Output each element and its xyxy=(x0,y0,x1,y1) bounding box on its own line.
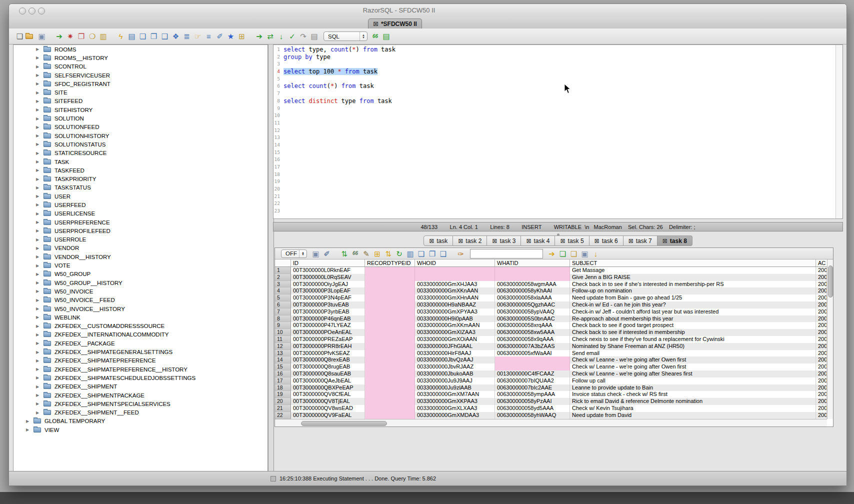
disclosure-triangle-icon[interactable]: ▶ xyxy=(36,212,44,216)
disconnect-database-icon[interactable]: ✷ xyxy=(66,32,75,41)
sort-rows-icon[interactable]: ⇅ xyxy=(384,249,393,258)
cell-whatid[interactable]: 00630000005xfWaAAI xyxy=(495,350,570,357)
cell-whoid[interactable]: 0033000000GmXHJAA3 xyxy=(415,281,495,288)
cell-subject[interactable]: Re-approach about membership this year xyxy=(570,316,816,322)
cell-whoid[interactable]: 0033000000GmXKPAA3 xyxy=(415,398,495,405)
table-row[interactable]: 1300T3000000PfvKSEAZ0033000000HirF8AAJ00… xyxy=(275,350,827,357)
cell-subject[interactable]: Follow-up on nomination xyxy=(570,288,816,294)
row-number[interactable]: 7 xyxy=(275,308,291,316)
clone-connection-icon[interactable]: ❐ xyxy=(76,32,86,41)
cell-whatid[interactable]: 006300000058yhWAAQ xyxy=(495,412,570,419)
cell-whatid[interactable] xyxy=(495,364,570,370)
cell-whoid[interactable]: 0033000000H9aNBAAZ xyxy=(415,302,495,308)
cell-subject[interactable]: Need update from Bain - gave go ahead 1/… xyxy=(570,294,816,302)
cell-id[interactable]: 00T3000000P3N4pEAF xyxy=(291,294,365,302)
row-number[interactable]: 15 xyxy=(275,364,291,370)
tree-item-site[interactable]: ▶SITE xyxy=(14,88,268,96)
view-row-icon[interactable]: 66 xyxy=(350,249,360,258)
table-row[interactable]: 600T3000000P3tuvEAB0033000000H9aNBAAZ006… xyxy=(275,302,827,308)
save-results-icon[interactable]: ▣ xyxy=(311,249,320,258)
cell-subject[interactable]: Check back to see if interested in membe… xyxy=(570,329,816,336)
table-row[interactable]: 2200T3000000QV9FaEAL0033000000GmXMDAA300… xyxy=(275,412,827,419)
export-table-icon[interactable]: ❏ xyxy=(558,249,568,258)
stepper-icon[interactable]: ▲▼ xyxy=(299,250,306,258)
generate-sql-icon[interactable]: ❑ xyxy=(160,32,170,41)
row-number[interactable]: 10 xyxy=(275,329,291,336)
cell-whatid[interactable]: 00630000005S0bnAAC xyxy=(495,316,570,322)
tree-item-selfserviceuser[interactable]: ▶SELFSERVICEUSER xyxy=(14,71,268,80)
close-connection-tab-icon[interactable]: ⊠ xyxy=(373,20,378,27)
disclosure-triangle-icon[interactable]: ▶ xyxy=(36,228,44,233)
close-tab-icon[interactable]: ⊠ xyxy=(594,238,600,244)
tree-item-global-temporary[interactable]: ▶GLOBAL TEMPORARY xyxy=(14,417,268,426)
table-body[interactable]: 100T3000000L0RknEAFGet Massage200200T300… xyxy=(275,267,827,419)
save-icon[interactable]: ▣ xyxy=(37,32,46,41)
execute-sql-icon[interactable]: ➔ xyxy=(254,32,264,41)
results-horizontal-scrollbar[interactable] xyxy=(275,419,827,426)
table-row[interactable]: 1200T3000000PRR8rEAH0033000000JFhGlAAL00… xyxy=(275,343,827,350)
code-area[interactable]: select type, count(*) from taskgroup by … xyxy=(282,45,836,218)
disclosure-triangle-icon[interactable]: ▶ xyxy=(36,47,44,52)
cell-whatid[interactable]: 00630000007A3bZAAS xyxy=(495,343,570,350)
fetch-more-icon[interactable]: ↓ xyxy=(276,32,286,41)
disclosure-triangle-icon[interactable]: ▶ xyxy=(36,324,44,328)
disclosure-triangle-icon[interactable]: ▶ xyxy=(36,108,44,112)
tree-item-zkfedex-shipmategeneralsettings[interactable]: ▶ZKFEDEX__SHIPMATEGENERALSETTINGS xyxy=(14,348,268,356)
row-number[interactable]: 6 xyxy=(275,302,291,308)
table-row[interactable]: 1700T3000000QAeJbEAL0033000000Ju9J9AAJ00… xyxy=(275,378,827,384)
cell-whatid[interactable]: 00630000007bIQUAA2 xyxy=(495,378,570,384)
cell-recordtypeid[interactable] xyxy=(365,267,415,274)
scrollbar-thumb[interactable] xyxy=(828,266,833,298)
cell-whatid[interactable] xyxy=(495,274,570,281)
table-row[interactable]: 1900T3000000QV8CfEAL0033000000GmXM7AAN00… xyxy=(275,391,827,398)
cell-whatid[interactable]: 006300000058x9qAAA xyxy=(495,336,570,343)
cell-whoid[interactable]: 0033000000GmXPYAA3 xyxy=(415,308,495,316)
cell-whatid[interactable]: 00630000005QgzhAAC xyxy=(495,302,570,308)
tree-item-w50-invoice-history[interactable]: ▶W50_INVOICE__HISTORY xyxy=(14,304,268,313)
disclosure-triangle-icon[interactable]: ▶ xyxy=(26,428,34,432)
tree-item-w50-group-history[interactable]: ▶W50_GROUP__HISTORY xyxy=(14,278,268,287)
row-number[interactable]: 16 xyxy=(275,370,291,378)
schema-browser-icon[interactable]: ≣ xyxy=(182,32,192,41)
cell-subject[interactable]: Check w/ Kevin Tsujihara xyxy=(570,405,816,412)
tree-item-sitefeed[interactable]: ▶SITEFEED xyxy=(14,97,268,106)
tree-item-zkfedex-shipmatescheduledjobssettings[interactable]: ▶ZKFEDEX__SHIPMATESCHEDULEDJOBSSETTINGS xyxy=(14,374,268,382)
sql-log-icon[interactable]: ▤ xyxy=(310,32,319,41)
cell-subject[interactable]: Send email xyxy=(570,350,816,357)
cell-whatid[interactable]: 006300000058yPzAAI xyxy=(495,398,570,405)
disclosure-triangle-icon[interactable]: ▶ xyxy=(36,73,44,78)
cell-recordtypeid[interactable] xyxy=(365,308,415,316)
cell-id[interactable]: 00T3000000PREZaEAP xyxy=(291,336,365,343)
cell-ac[interactable]: 200 xyxy=(816,350,827,357)
tree-item-rooms-history[interactable]: ▶ROOMS__HISTORY xyxy=(14,54,268,62)
tree-item-rooms[interactable]: ▶ROOMS xyxy=(14,45,268,54)
tree-item-vendor[interactable]: ▶VENDOR xyxy=(14,244,268,252)
tree-item-vote[interactable]: ▶VOTE xyxy=(14,261,268,270)
tree-item-vendor-history[interactable]: ▶VENDOR__HISTORY xyxy=(14,252,268,261)
cell-recordtypeid[interactable] xyxy=(365,329,415,336)
tree-item-zkfedex-shipmatepreference[interactable]: ▶ZKFEDEX__SHIPMATEPREFERENCE xyxy=(14,356,268,365)
monitor-select[interactable]: OFF ▲▼ xyxy=(281,250,307,258)
cell-ac[interactable]: 200 xyxy=(816,308,827,316)
row-number[interactable]: 11 xyxy=(275,336,291,343)
cell-ac[interactable]: 200 xyxy=(816,370,827,378)
tree-item-userlicense[interactable]: ▶USERLICENSE xyxy=(14,210,268,218)
convert-quotes-icon[interactable]: 66 xyxy=(370,32,380,41)
disclosure-triangle-icon[interactable]: ▶ xyxy=(36,315,44,320)
cell-id[interactable]: 00T3000000P46qnEAB xyxy=(291,316,365,322)
table-row[interactable]: 200T3000000L0RqSEAVGive Jenn a BIG RAISE… xyxy=(275,274,827,281)
cell-id[interactable]: 00T3000000QV8TjEAL xyxy=(291,398,365,405)
row-number[interactable]: 21 xyxy=(275,405,291,412)
close-tab-icon[interactable]: ⊠ xyxy=(429,238,434,244)
tree-item-scontrol[interactable]: ▶SCONTROL xyxy=(14,62,268,71)
cell-id[interactable]: 00T3000000P3yrbEAB xyxy=(291,308,365,316)
cell-whoid[interactable]: 0033000000JFhGlAAL xyxy=(415,343,495,350)
cell-id[interactable]: 00T3000000Q8sauEAB xyxy=(291,370,365,378)
scrollbar-thumb[interactable] xyxy=(301,421,387,426)
zoom-button[interactable] xyxy=(38,8,45,14)
cell-ac[interactable]: 200 xyxy=(816,281,827,288)
results-vertical-scrollbar[interactable] xyxy=(827,260,833,419)
disclosure-triangle-icon[interactable]: ▶ xyxy=(36,125,44,130)
disclosure-triangle-icon[interactable]: ▶ xyxy=(36,402,44,406)
disclosure-triangle-icon[interactable]: ▶ xyxy=(36,298,44,302)
